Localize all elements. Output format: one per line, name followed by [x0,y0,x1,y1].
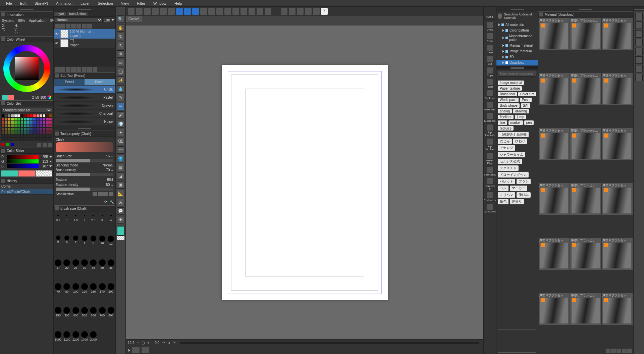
zoom-value[interactable]: 12.9 [128,341,134,345]
channel-slider[interactable] [7,164,39,168]
colorset-header[interactable]: Color Set [0,100,53,106]
rotate-reset-icon[interactable]: ⊙ [167,341,170,345]
apply-mask-icon[interactable] [87,67,92,72]
color-swatch[interactable] [39,131,42,134]
color-swatch[interactable] [43,117,46,121]
tag-chip[interactable]: ミリペン [498,192,515,198]
color-swatch[interactable] [33,131,36,134]
brushsize-cell[interactable]: 1000 [54,330,62,354]
blend-tool-icon[interactable]: 〰 [117,146,124,154]
tag-chip[interactable]: テクスチャ [498,165,519,171]
tag-chip[interactable]: 俺好み [517,192,531,198]
color-swatch[interactable] [30,128,33,131]
tree-scrollbar[interactable] [496,66,538,69]
color-swatch[interactable] [17,114,20,117]
color-swatch[interactable] [46,138,49,141]
brushsize-cell[interactable]: 250 [54,306,62,330]
brushsize-cell[interactable]: 25 [71,258,80,282]
mat-folder-icon[interactable] [616,349,621,353]
brush-crayon[interactable]: Crayon [54,102,115,110]
search-globe-icon[interactable] [498,13,502,19]
transfer-icon[interactable] [66,67,70,72]
brushsize-cell[interactable]: 2 [80,211,89,235]
channel-slider[interactable] [7,159,39,163]
rgb-b-icon[interactable] [11,143,14,146]
color-swatch[interactable] [36,121,39,124]
brushsize-cell[interactable]: 1.5 [71,211,80,235]
search-materials-link[interactable]: Search for Additional Materials [504,13,536,19]
brushsize-cell[interactable]: 400 [71,306,80,330]
channel-slider[interactable] [7,155,39,159]
select-color-icon[interactable] [216,8,223,15]
correct-tool-icon[interactable]: ✚ [117,216,124,223]
rgb-g-icon[interactable] [6,143,9,146]
zoom-tool-icon[interactable]: 🔍 [117,15,124,23]
quickaccess-item[interactable]: Clear [484,45,496,54]
layer-row[interactable]: 👁 100 % NormalLayer 1 [54,29,115,39]
material-item[interactable]: 厚塗りブラシセット-モデペ/ [539,183,570,215]
tab-layer[interactable]: Layer [54,12,66,16]
delete-icon[interactable] [168,8,175,15]
brushsize-cell[interactable]: 1100 [62,330,71,354]
color-swatch[interactable] [1,117,4,121]
tdensity-value[interactable]: 50 [106,183,110,187]
panel-grabber[interactable] [634,7,644,11]
tag-chip[interactable]: analog [498,109,512,113]
subtool-header[interactable]: Sub Tool [Pencil] [54,72,115,79]
quickaccess-item[interactable]: Reset Disp [484,153,496,165]
material-item[interactable]: 厚塗りブラシセット-モデペ/ [539,238,570,270]
settings-icon[interactable]: 🔧 [109,200,114,204]
stab-btn[interactable] [103,192,108,196]
reset-icon[interactable]: ⟳ [104,200,107,204]
color-swatch[interactable] [43,114,46,117]
color-swatch[interactable] [11,121,14,124]
chevron-down-icon[interactable] [111,19,114,21]
color-swatch[interactable] [27,128,30,131]
tag-chip[interactable]: アナログ [498,145,515,151]
scrollbar-h[interactable] [180,342,479,344]
delete-layer-icon[interactable] [93,67,97,72]
color-swatch[interactable] [8,124,11,128]
new-folder-icon[interactable] [60,67,65,72]
menu-story[interactable]: Story(P) [31,1,52,6]
brushsize-cell[interactable]: 100 [71,282,80,306]
layer-ruler-icon[interactable] [71,24,76,29]
color-swatch[interactable] [33,134,36,138]
color-swatch[interactable] [14,128,17,131]
color-swatch[interactable] [1,128,4,131]
brushsize-cell[interactable]: 17 [54,258,62,282]
color-swatch[interactable] [4,114,7,117]
color-swatch[interactable] [14,117,17,121]
menu-view[interactable]: View [117,1,133,6]
brushsize-cell[interactable]: 40 [98,258,106,282]
color-swatch[interactable] [23,124,26,128]
color-swatch[interactable] [27,138,30,141]
flip-v-icon[interactable] [265,8,271,15]
brushsize-cell[interactable]: 9 [89,235,98,258]
docked-icon[interactable] [635,48,643,55]
brushsize-cell[interactable]: 700 [98,306,106,330]
history-header[interactable]: History [0,178,53,184]
shrink-icon[interactable] [232,8,239,15]
color-swatch[interactable] [49,128,52,131]
color-swatch[interactable] [33,124,36,128]
brushsize-cell[interactable]: 35 [89,258,98,282]
color-swatch[interactable] [23,134,26,138]
chevron-down-icon[interactable] [49,165,52,167]
menu-animation[interactable]: Animation [52,1,76,6]
color-swatch[interactable] [20,134,23,138]
combine-icon[interactable] [76,67,81,72]
tag-chip[interactable]: marker [508,120,523,125]
docked-icon[interactable] [635,13,643,20]
quickaccess-item[interactable]: Redo [484,33,496,43]
brush-pastel[interactable]: Pastel [54,94,115,102]
tag-chip[interactable]: ドローイングペン [498,172,529,178]
color-swatch[interactable] [33,128,36,131]
color-swatch[interactable] [27,121,30,124]
brushsize-cell[interactable]: 300 [62,306,71,330]
material-item[interactable]: 厚塗りブラシセット-不規則( [539,128,570,160]
color-swatch[interactable] [49,121,52,124]
color-swatch[interactable] [4,124,7,128]
ruler-tool-icon[interactable]: 📐 [117,190,124,197]
quickaccess-item[interactable]: Copy [484,67,496,77]
